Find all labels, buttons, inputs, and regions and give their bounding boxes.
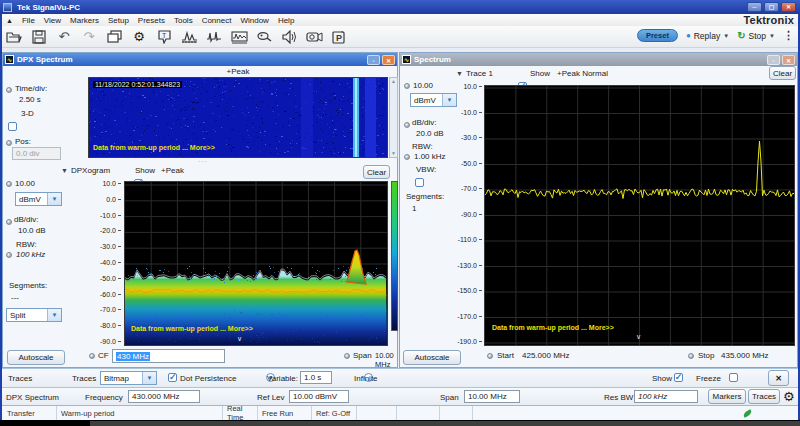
scroll-up-icon[interactable]: ▲ [391, 78, 396, 85]
spectrum-dbdiv-label: dB/div: [412, 118, 436, 127]
stop-dropdown-icon[interactable]: ▼ [769, 33, 775, 39]
pos-knob-icon[interactable] [6, 140, 12, 146]
pos-input[interactable]: 0.0 div [12, 147, 61, 160]
dpx-minimize-button[interactable]: ▫ [367, 55, 380, 65]
dpxogram-warmup-note[interactable]: Data from warm-up period ... More>> [131, 325, 253, 332]
camera-icon[interactable] [304, 28, 324, 46]
threed-checkbox[interactable] [8, 122, 17, 131]
audio-demod-icon[interactable] [254, 28, 274, 46]
frequency-input[interactable]: 430.000 MHz [128, 390, 200, 403]
reflev-input[interactable]: 10.00 dBmV [289, 390, 349, 403]
rbw-value[interactable]: 100 kHz [16, 250, 45, 259]
menu-file[interactable]: File [22, 16, 35, 25]
dpxogram-collapse-icon[interactable]: ▼ [61, 167, 68, 174]
stop-knob-icon[interactable] [688, 353, 694, 359]
cf-knob-icon[interactable] [89, 353, 95, 359]
menu-help[interactable]: Help [278, 16, 294, 25]
settings-gear-icon[interactable]: ⚙ [783, 390, 795, 403]
spectrum-reflevel-knob-icon[interactable] [404, 83, 410, 89]
dpx-spectrogram[interactable]: 11/18/2022 0:52:01.344823 Data from warm… [88, 77, 388, 158]
resbw-input[interactable]: 100 kHz [634, 390, 698, 403]
undo-icon[interactable]: ↶ [54, 28, 74, 46]
trace-mode-dropdown[interactable]: Split▼ [6, 308, 62, 322]
menu-bar: ▲ File View Markers Setup Presets Tools … [0, 14, 800, 26]
dpxogram-ref-level[interactable]: 10.00 [15, 179, 35, 188]
spectrum-clear-button[interactable]: Clear [769, 66, 796, 80]
menu-setup[interactable]: Setup [108, 16, 129, 25]
menu-window[interactable]: Window [240, 16, 268, 25]
stop-value[interactable]: 435.000 MHz [721, 351, 769, 360]
save-icon[interactable] [29, 28, 49, 46]
dpx-close-button[interactable]: ✕ [382, 55, 395, 65]
menu-presets[interactable]: Presets [138, 16, 165, 25]
spectrum-minimize-button[interactable]: ▫ [767, 55, 780, 65]
timediv-knob-icon[interactable] [6, 87, 12, 93]
displays-icon[interactable] [104, 28, 124, 46]
spectrum-close-button[interactable]: ✕ [782, 55, 795, 65]
dpxogram-autoscale-button[interactable]: Autoscale [7, 350, 65, 365]
panel-show-checkbox[interactable] [674, 373, 683, 382]
spectrum-rbw-label: RBW: [412, 142, 433, 151]
timediv-value[interactable]: 2.50 s [19, 95, 41, 104]
speaker-icon[interactable] [279, 28, 299, 46]
menu-connect[interactable]: Connect [202, 16, 232, 25]
dpxogram-color-scale [391, 181, 398, 331]
reflevel-knob-icon[interactable] [6, 181, 12, 187]
traces-type-dropdown[interactable]: Bitmap▼ [100, 371, 157, 385]
menu-tools[interactable]: Tools [174, 16, 193, 25]
spectrum-peaks-icon[interactable] [179, 28, 199, 46]
variable-input[interactable]: 1.0 s [300, 371, 332, 384]
stop-button[interactable]: ↻ Stop ▼ [737, 30, 775, 41]
dbdiv-value[interactable]: 10.0 dB [18, 226, 46, 235]
panel-close-button[interactable]: ✕ [768, 370, 789, 386]
cf-label: CF [98, 351, 109, 360]
traces-button[interactable]: Traces [748, 389, 780, 404]
freeze-checkbox[interactable] [729, 373, 738, 382]
span-input[interactable]: 10.00 MHz [464, 390, 520, 403]
marker-tag-icon[interactable]: T [154, 28, 174, 46]
rbw-knob-icon[interactable] [6, 252, 12, 258]
preset-plus-icon[interactable]: P* [329, 28, 349, 46]
menu-view[interactable]: View [44, 16, 61, 25]
maximize-button[interactable]: ▢ [764, 2, 779, 12]
spectrum-dbdiv-knob-icon[interactable] [404, 122, 410, 128]
close-button[interactable]: ✕ [781, 2, 796, 12]
span-knob-icon[interactable] [344, 353, 350, 359]
dot-persistence-checkbox[interactable] [168, 373, 177, 382]
dpxogram-plot[interactable]: Data from warm-up period ... More>> ∨ [124, 181, 388, 346]
panel-show-label: Show [652, 374, 672, 383]
spectrogram-scrollbar[interactable]: ▲ ▼ [389, 77, 398, 158]
menu-markers[interactable]: Markers [70, 16, 99, 25]
replay-button[interactable]: ● Replay ▼ [686, 31, 729, 41]
spectrum-plot[interactable]: Data from warm-up period ... More>> ∨ [484, 85, 795, 346]
spectrum-ref-level[interactable]: 10.00 [413, 81, 433, 90]
minimize-button[interactable]: ─ [747, 2, 762, 12]
scroll-down-icon[interactable]: ▼ [391, 150, 396, 157]
markers-button[interactable]: Markers [708, 389, 746, 404]
cf-input[interactable]: 430 MHz [112, 349, 225, 363]
dpx-window-titlebar[interactable]: ∿ DPX Spectrum ▫ ✕ [3, 53, 397, 66]
dpx-window-title: DPX Spectrum [17, 55, 73, 64]
more-menu-icon[interactable]: ⋮ [783, 29, 794, 42]
redo-icon[interactable]: ↷ [79, 28, 99, 46]
time-overview-icon[interactable] [229, 28, 249, 46]
dpxogram-unit-dropdown[interactable]: dBmV▼ [15, 192, 62, 206]
start-knob-icon[interactable] [487, 353, 493, 359]
app-titlebar[interactable]: Tek SignalVu-PC ─ ▢ ✕ [0, 0, 800, 14]
settings-gear-icon[interactable]: ⚙ [129, 28, 149, 46]
spectrum-warmup-note[interactable]: Data from warm-up period ... More>> [492, 324, 614, 331]
dpxogram-clear-button[interactable]: Clear [363, 165, 390, 179]
start-value[interactable]: 425.000 MHz [522, 351, 570, 360]
collapse-toolbar-icon[interactable]: ▲ [6, 17, 13, 24]
spectrum-rbw-knob-icon[interactable] [404, 154, 410, 160]
replay-dropdown-icon[interactable]: ▼ [723, 33, 729, 39]
span-value[interactable]: 10.00 MHz [375, 351, 397, 369]
pulse-trace-icon[interactable] [204, 28, 224, 46]
open-file-icon[interactable] [4, 28, 24, 46]
splitter-handle[interactable]: ··· [188, 158, 218, 165]
dbdiv-knob-icon[interactable] [6, 219, 12, 225]
vbw-checkbox[interactable] [415, 178, 424, 187]
status-cell-warmup[interactable]: Warm-up period [57, 406, 223, 420]
y-tick-label: -10.0 [461, 109, 482, 116]
preset-button[interactable]: Preset [637, 29, 678, 42]
